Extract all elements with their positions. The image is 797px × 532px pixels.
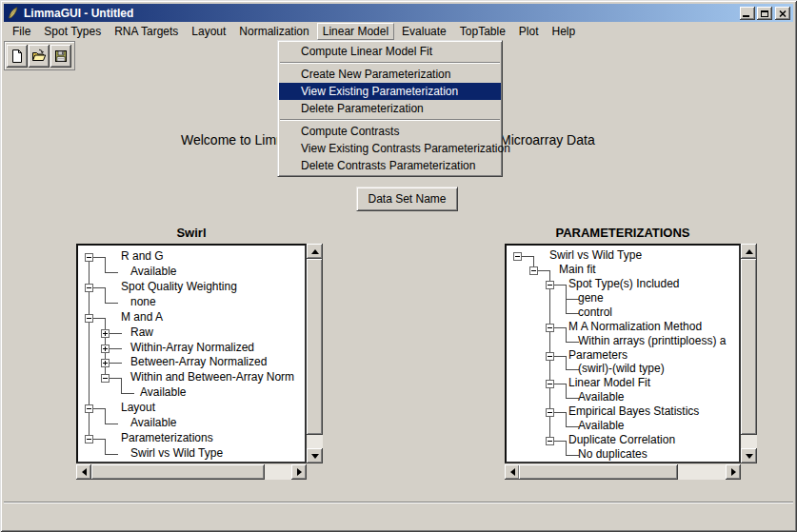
tree-node-label[interactable]: Available — [578, 419, 624, 433]
tree-node-label[interactable]: Within and Between-Array Norm — [130, 370, 294, 384]
scroll-down-button[interactable] — [741, 448, 757, 463]
tree-collapse-icon[interactable] — [85, 435, 93, 443]
tree-line — [566, 398, 579, 399]
scroll-left-button[interactable] — [505, 464, 520, 480]
tree-node-label[interactable]: Duplicate Correlation — [568, 433, 675, 447]
tree-collapse-icon[interactable] — [101, 374, 110, 383]
close-button[interactable] — [775, 7, 790, 20]
tree-node-label[interactable]: (swirl)-(wild type) — [578, 362, 665, 376]
horizontal-scrollbar[interactable] — [76, 464, 307, 480]
scroll-left-button[interactable] — [76, 464, 91, 480]
tree-expand-icon[interactable] — [101, 329, 110, 338]
horizontal-scroll-thumb[interactable] — [91, 464, 265, 480]
data-set-name-button[interactable]: Data Set Name — [356, 187, 458, 211]
menu-evaluate[interactable]: Evaluate — [396, 23, 452, 40]
tree-line — [566, 369, 579, 370]
minimize-icon — [743, 15, 749, 17]
vertical-scroll-thumb[interactable] — [741, 259, 757, 435]
tree-node-label[interactable]: R and G — [121, 249, 164, 264]
tree-expand-icon[interactable] — [101, 345, 110, 353]
scroll-up-button[interactable] — [307, 244, 323, 259]
tree-node-label[interactable]: Within arrays (printtiploess) a — [578, 334, 726, 348]
title-bar[interactable]: LimmaGUI - Untitled — [4, 4, 793, 22]
tree-collapse-icon[interactable] — [85, 404, 93, 413]
tree-node-label[interactable]: M and A — [121, 310, 163, 325]
tree-node-label[interactable]: Between-Array Normalized — [130, 355, 267, 369]
menu-item-view-existing-contrasts-parameterization[interactable]: View Existing Contrasts Parameterization — [279, 140, 501, 157]
tree-node-label[interactable]: M A Normalization Method — [568, 320, 702, 334]
tree-line — [566, 426, 579, 427]
scroll-right-button[interactable] — [726, 464, 741, 480]
tree-line — [553, 285, 567, 286]
tree-collapse-icon[interactable] — [546, 352, 554, 361]
tree-node-label[interactable]: Raw — [130, 325, 153, 340]
tree-node-label[interactable]: Layout — [121, 401, 155, 415]
menu-help[interactable]: Help — [547, 23, 582, 40]
menu-spot-types[interactable]: Spot Types — [38, 23, 107, 40]
tree-collapse-icon[interactable] — [546, 408, 554, 417]
tree-line — [92, 318, 106, 319]
menu-item-compute-linear-model-fit[interactable]: Compute Linear Model Fit — [279, 43, 501, 60]
save-file-button[interactable] — [50, 45, 71, 68]
menu-rna-targets[interactable]: RNA Targets — [109, 23, 184, 40]
tree-collapse-icon[interactable] — [85, 253, 93, 262]
tree-node-label[interactable]: Within-Array Normalized — [130, 341, 254, 355]
tree-line — [105, 408, 106, 424]
tree-node-label[interactable]: control — [578, 305, 612, 320]
tree-node-label[interactable]: Available — [130, 416, 176, 430]
menu-item-delete-parameterization[interactable]: Delete Parameterization — [279, 100, 501, 117]
menu-item-create-new-parameterization[interactable]: Create New Parameterization — [279, 66, 501, 83]
scroll-up-button[interactable] — [741, 244, 757, 259]
vertical-scrollbar[interactable] — [307, 244, 323, 463]
maximize-icon — [761, 10, 768, 17]
tree-node-label[interactable]: Available — [140, 385, 186, 400]
menu-toptable[interactable]: TopTable — [454, 23, 511, 40]
tree-collapse-icon[interactable] — [546, 437, 554, 445]
tree-node-label[interactable]: Parameters — [568, 348, 628, 363]
tree-collapse-icon[interactable] — [546, 324, 554, 332]
vertical-scroll-thumb[interactable] — [307, 259, 323, 435]
tree-node-label[interactable]: Parameterizations — [121, 431, 213, 445]
menu-plot[interactable]: Plot — [513, 23, 545, 40]
scroll-down-button[interactable] — [307, 448, 323, 463]
minimize-button[interactable] — [740, 7, 755, 20]
tree-line — [566, 384, 567, 398]
open-file-button[interactable] — [29, 45, 50, 68]
menu-item-delete-contrasts-parameterization[interactable]: Delete Contrasts Parameterization — [279, 157, 501, 174]
tree-collapse-icon[interactable] — [85, 314, 93, 323]
menu-normalization[interactable]: Normalization — [233, 23, 314, 40]
tree-node-label[interactable]: Swirl vs Wild Type — [130, 446, 223, 461]
scroll-right-button[interactable] — [291, 464, 307, 480]
tree-node-label[interactable]: Empirical Bayes Statistics — [568, 404, 699, 419]
tree-node-label[interactable]: Spot Quality Weighting — [121, 280, 237, 294]
tree-collapse-icon[interactable] — [529, 266, 538, 275]
tree-node-label[interactable]: Available — [130, 265, 176, 279]
tree-expand-icon[interactable] — [101, 359, 110, 367]
menu-file[interactable]: File — [7, 23, 36, 40]
tree-line — [105, 454, 118, 455]
tree-node-label[interactable]: No duplicates — [578, 447, 648, 462]
vertical-scrollbar[interactable] — [741, 244, 757, 463]
menu-linear-model[interactable]: Linear Model — [317, 23, 394, 40]
tree-collapse-icon[interactable] — [546, 380, 554, 388]
menu-layout[interactable]: Layout — [186, 23, 231, 40]
maximize-button[interactable] — [757, 7, 772, 20]
new-file-button[interactable] — [7, 45, 28, 68]
tree-node-label[interactable]: Available — [578, 390, 624, 404]
tree-node-label[interactable]: gene — [578, 291, 604, 305]
tree-node-label[interactable]: Swirl vs Wild Type — [549, 248, 642, 263]
horizontal-scrollbar[interactable] — [505, 464, 741, 480]
tree-node-label[interactable]: none — [130, 295, 156, 309]
tree-collapse-icon[interactable] — [546, 281, 554, 289]
tree-view[interactable]: R and GAvailableSpot Quality Weightingno… — [76, 244, 307, 463]
tree-view[interactable]: Swirl vs Wild TypeMain fitSpot Type(s) I… — [505, 244, 741, 463]
tree-collapse-icon[interactable] — [513, 252, 522, 261]
tree-node-label[interactable]: Linear Model Fit — [568, 376, 650, 390]
menu-item-view-existing-parameterization[interactable]: View Existing Parameterization — [279, 83, 501, 100]
tree-line — [566, 412, 567, 426]
menu-item-compute-contrasts[interactable]: Compute Contrasts — [279, 123, 501, 140]
tree-node-label[interactable]: Main fit — [559, 263, 596, 277]
tree-node-label[interactable]: Spot Type(s) Included — [568, 277, 680, 291]
horizontal-scroll-thumb[interactable] — [519, 464, 678, 480]
tree-collapse-icon[interactable] — [85, 284, 93, 292]
